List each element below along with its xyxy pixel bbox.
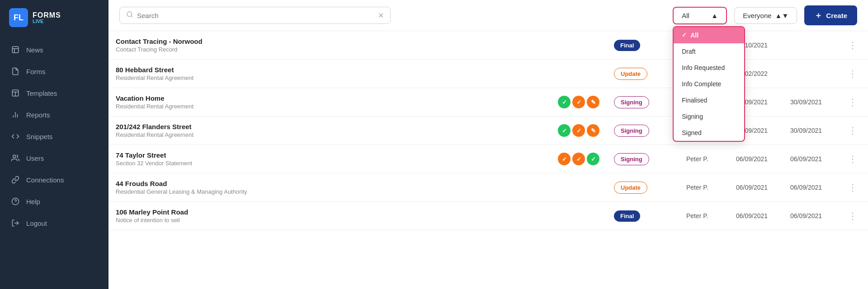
main-content: ✕ All ▲ ✓ All Draft Info Requested (108, 0, 868, 289)
create-button[interactable]: ＋ Create (804, 5, 857, 25)
table-row: 201/242 Flanders Street Residential Rent… (108, 117, 868, 145)
avatar: ✎ (587, 124, 599, 137)
dropdown-item-info-requested[interactable]: Info Requested (674, 60, 744, 76)
table-row: 80 Hebbard Street Residential Rental Agr… (108, 60, 868, 88)
more-options-button[interactable]: ⋮ (844, 152, 861, 166)
date2-cell: 06/09/2021 (783, 173, 837, 202)
avatar: ✓ (572, 96, 585, 108)
sidebar-item-logout[interactable]: Logout (0, 212, 108, 234)
status-cell: Signing (607, 88, 679, 117)
more-options-button[interactable]: ⋮ (844, 67, 861, 80)
sidebar-item-help-label: Help (26, 198, 40, 205)
check-icon: ✓ (682, 32, 687, 38)
more-options-cell: ⋮ (837, 202, 868, 230)
record-type: Residential Rental Agreement (116, 103, 543, 110)
dropdown-item-all[interactable]: ✓ All (674, 27, 744, 43)
table-row: Contact Tracing - Norwood Contact Tracin… (108, 31, 868, 60)
status-badge: Signing (614, 96, 649, 108)
search-clear-icon[interactable]: ✕ (378, 11, 384, 20)
record-info-cell: Vacation Home Residential Rental Agreeme… (108, 88, 551, 117)
more-options-button[interactable]: ⋮ (844, 181, 861, 194)
header: ✕ All ▲ ✓ All Draft Info Requested (108, 0, 868, 31)
status-badge: Signing (614, 125, 649, 137)
chart-icon (11, 110, 20, 119)
dropdown-item-all-label: All (690, 32, 698, 39)
plus-circle-icon: ＋ (814, 10, 822, 21)
filter-dropdown-menu: ✓ All Draft Info Requested Info Complete… (673, 26, 745, 142)
avatar: ✓ (558, 96, 571, 108)
sidebar-item-reports-label: Reports (26, 111, 50, 119)
search-box: ✕ (119, 7, 391, 24)
record-name: Vacation Home (116, 94, 543, 102)
sidebar-item-help[interactable]: Help (0, 191, 108, 212)
sidebar-item-snippets[interactable]: Snippets (0, 126, 108, 147)
sidebar-item-templates[interactable]: Templates (0, 82, 108, 104)
search-input[interactable] (137, 12, 374, 19)
logo-forms-text: FORMS (33, 12, 61, 19)
date2-cell: 06/09/2021 (783, 145, 837, 173)
filter-button[interactable]: All ▲ (673, 7, 727, 24)
avatar: ✓ (558, 124, 571, 137)
logout-icon (11, 219, 20, 228)
dropdown-item-signed-label: Signed (682, 129, 702, 136)
record-name: Contact Tracing - Norwood (116, 37, 543, 45)
svg-point-9 (13, 155, 16, 158)
search-icon (126, 11, 133, 20)
date2-cell: 30/09/2021 (783, 88, 837, 117)
avatar-cell: ✓✓✓ (551, 145, 607, 173)
more-options-button[interactable]: ⋮ (844, 124, 861, 137)
avatar: ✎ (587, 96, 599, 108)
logo-live-text: LIVE (33, 19, 61, 24)
dropdown-item-signing-label: Signing (682, 113, 703, 120)
table-row: Vacation Home Residential Rental Agreeme… (108, 88, 868, 117)
avatar-cell: ✓✓✎ (551, 88, 607, 117)
users-icon (11, 154, 20, 163)
sidebar-item-connections[interactable]: Connections (0, 169, 108, 191)
avatar-cell (551, 202, 607, 230)
record-type: Residential General Leasing & Managing A… (116, 188, 543, 195)
avatar-group: ✓✓✓ (558, 153, 599, 165)
more-options-button[interactable]: ⋮ (844, 209, 861, 223)
date2-cell (783, 31, 837, 60)
dropdown-item-signing[interactable]: Signing (674, 108, 744, 125)
more-options-button[interactable]: ⋮ (844, 38, 861, 52)
records-table: Contact Tracing - Norwood Contact Tracin… (108, 31, 868, 230)
sidebar: FL FORMS LIVE News Forms Templates (0, 0, 108, 289)
more-options-cell: ⋮ (837, 60, 868, 88)
newspaper-icon (11, 45, 20, 54)
more-options-button[interactable]: ⋮ (844, 95, 861, 109)
date1-cell: 06/09/2021 (729, 202, 783, 230)
more-options-cell: ⋮ (837, 145, 868, 173)
sidebar-item-news[interactable]: News (0, 39, 108, 61)
sidebar-item-templates-label: Templates (26, 89, 57, 97)
dropdown-item-draft[interactable]: Draft (674, 43, 744, 60)
sidebar-item-users[interactable]: Users (0, 147, 108, 169)
link-icon (11, 175, 20, 184)
record-info-cell: 80 Hebbard Street Residential Rental Agr… (108, 60, 551, 88)
status-badge: Final (614, 210, 640, 222)
more-options-cell: ⋮ (837, 88, 868, 117)
file-icon (11, 67, 20, 76)
status-badge: Update (614, 182, 647, 194)
dropdown-item-finalised[interactable]: Finalised (674, 92, 744, 108)
sidebar-item-reports[interactable]: Reports (0, 104, 108, 126)
date1-cell: 06/09/2021 (729, 173, 783, 202)
chevron-updown-icon: ▲▼ (775, 12, 789, 19)
dropdown-item-finalised-label: Finalised (682, 97, 707, 104)
sidebar-nav: News Forms Templates Reports Snippets (0, 35, 108, 289)
status-cell: Final (607, 31, 679, 60)
sidebar-item-forms[interactable]: Forms (0, 61, 108, 82)
help-icon (11, 197, 20, 206)
date2-cell: 06/09/2021 (783, 202, 837, 230)
avatar-group: ✓✓✎ (558, 124, 599, 137)
avatar: ✓ (587, 153, 599, 165)
dropdown-item-signed[interactable]: Signed (674, 125, 744, 141)
assigned-cell: Peter P. (679, 145, 729, 173)
record-info-cell: 201/242 Flanders Street Residential Rent… (108, 117, 551, 145)
dropdown-item-info-complete[interactable]: Info Complete (674, 76, 744, 92)
svg-point-13 (127, 12, 132, 17)
avatar-cell (551, 173, 607, 202)
avatar-cell (551, 60, 607, 88)
everyone-button[interactable]: Everyone ▲▼ (734, 7, 797, 24)
table-row: 106 Marley Point Road Notice of intentio… (108, 202, 868, 230)
